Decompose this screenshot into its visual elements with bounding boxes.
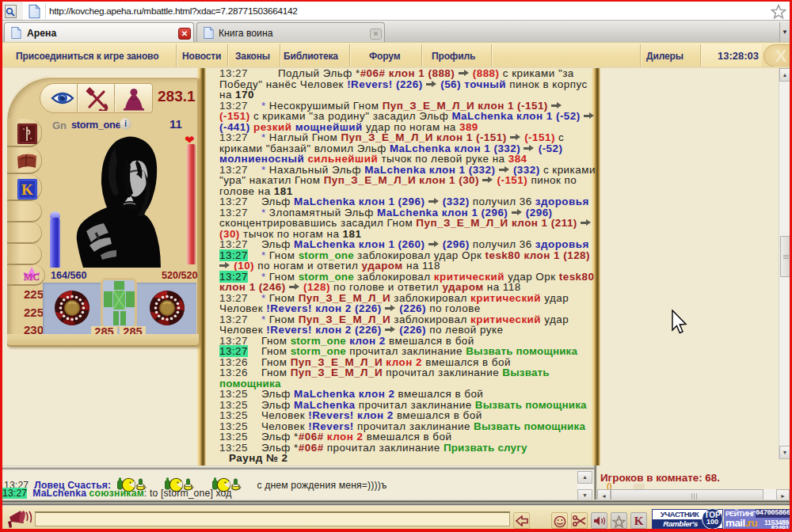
svg-text:MC: MC <box>24 272 40 283</box>
svg-text:K: K <box>21 181 33 198</box>
